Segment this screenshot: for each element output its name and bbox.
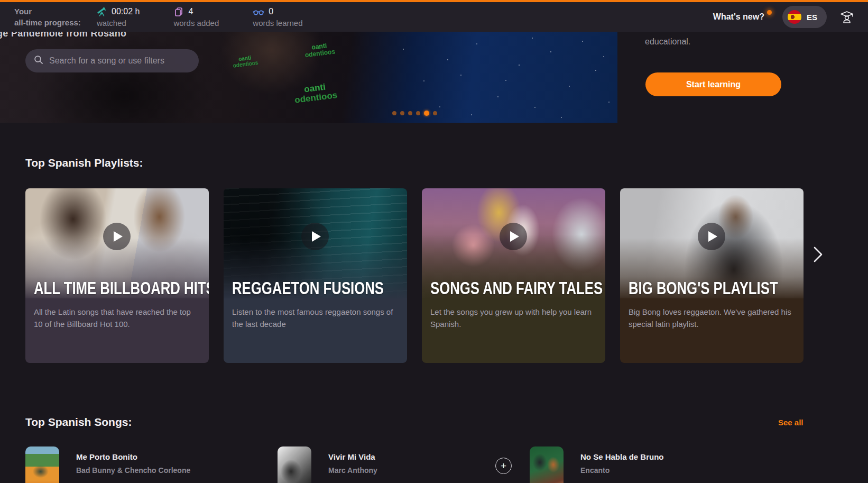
carousel-dot[interactable] [392, 111, 396, 115]
song-row[interactable]: No Se Habla de Bruno Encanto [530, 446, 782, 483]
carousel-dots [392, 111, 437, 116]
playlist-title: REGGAETON FUSIONS [232, 278, 384, 298]
play-icon [312, 231, 321, 242]
stat-words-learned: 0 words learned [253, 6, 302, 28]
see-all-link[interactable]: See all [778, 418, 804, 427]
playlist-description: Listen to the most famous reggaeton song… [232, 306, 400, 330]
song-thumbnail [278, 446, 311, 483]
progress-stats: 00:02 h watched 4 words added [97, 6, 303, 28]
tshirt-logo-text: oanti odentioos [232, 54, 258, 69]
stat-label: watched [97, 19, 140, 28]
chevron-right-icon [809, 259, 827, 267]
search-input[interactable] [49, 56, 190, 66]
carousel-dot[interactable] [400, 111, 404, 115]
flashcards-icon [173, 6, 184, 17]
carousel-dot[interactable] [408, 111, 412, 115]
playlist-card[interactable]: REGGAETON FUSIONS Listen to the most fam… [224, 188, 407, 363]
hero-clipped-banner-text: ge Pandemole from Rosano [0, 32, 126, 39]
song-title: Vivir Mi Vida [328, 452, 377, 461]
start-learning-button[interactable]: Start learning [645, 72, 781, 96]
playlist-title: BIG BONG'S PLAYLIST [629, 278, 778, 298]
playlist-card[interactable]: SONGS AND FAIRY TALES Let the songs you … [422, 188, 605, 363]
playlist-title: SONGS AND FAIRY TALES [430, 278, 603, 298]
playlist-description: All the Latin songs that have reached th… [34, 306, 201, 330]
spain-flag-icon [788, 10, 801, 24]
play-icon [510, 231, 519, 242]
playlist-description: Let the songs you grew up with help you … [430, 306, 598, 330]
language-code: ES [807, 13, 817, 22]
songs-grid: Me Porto Bonito Bad Bunny & Chencho Corl… [25, 446, 805, 483]
song-artist: Encanto [580, 466, 664, 475]
play-button[interactable] [698, 223, 725, 250]
carousel-dot[interactable] [424, 111, 429, 116]
graduate-student-icon[interactable] [839, 10, 854, 24]
song-artist: Marc Anthony [328, 466, 377, 475]
playlist-description: Big Bong loves reggaeton. We've gathered… [629, 306, 796, 330]
search-icon [34, 55, 43, 67]
playlists-heading: Top Spanish Playlists: [25, 157, 143, 169]
glasses-icon [253, 6, 264, 17]
song-title: Me Porto Bonito [76, 452, 190, 461]
stat-watched: 00:02 h watched [97, 6, 140, 28]
playlist-card[interactable]: ALL TIME BILLBOARD HITS All the Latin so… [25, 188, 209, 363]
playlist-title: ALL TIME BILLBOARD HITS [34, 278, 209, 298]
song-title: No Se Habla de Bruno [580, 452, 664, 461]
progress-label: Your all-time progress: [14, 6, 85, 28]
whats-new-link[interactable]: What's new? [713, 12, 770, 22]
carousel-dot[interactable] [416, 111, 420, 115]
top-bar: Your all-time progress: 00:02 h watched [0, 0, 868, 32]
play-icon [708, 231, 717, 242]
hero-aside-text: educational. [645, 37, 690, 47]
carousel-next-button[interactable] [809, 243, 827, 266]
stat-label: words learned [253, 19, 302, 28]
stat-words-added: 4 words added [173, 6, 219, 28]
language-selector[interactable]: ES [782, 6, 827, 28]
stat-value: 4 [188, 7, 193, 16]
hero-aside-panel: educational. Start learning [617, 32, 868, 123]
tshirt-logo-text: oanti odentioos [293, 81, 338, 105]
play-button[interactable] [500, 223, 527, 250]
carousel-dot[interactable] [433, 111, 437, 115]
play-button[interactable] [103, 223, 131, 250]
play-icon [114, 231, 123, 242]
playlist-cards-row: ALL TIME BILLBOARD HITS All the Latin so… [25, 188, 804, 363]
tshirt-logo-text: oanti odentioos [304, 42, 336, 59]
add-song-button[interactable]: + [495, 458, 512, 474]
song-artist: Bad Bunny & Chencho Corleone [76, 466, 190, 475]
notification-dot-icon [767, 10, 772, 15]
song-thumbnail [25, 446, 59, 483]
song-thumbnail [530, 446, 564, 483]
top-bar-right: What's new? ES [713, 6, 854, 28]
song-row[interactable]: Vivir Mi Vida Marc Anthony [278, 446, 530, 483]
song-row[interactable]: Me Porto Bonito Bad Bunny & Chencho Corl… [25, 446, 278, 483]
stat-label: words added [173, 19, 219, 28]
songs-heading: Top Spanish Songs: [25, 416, 132, 429]
search-bar[interactable] [25, 49, 199, 72]
hero-banner: ge Pandemole from Rosano oanti odentioos… [0, 32, 617, 123]
app-root: { "accent_color": "#fb7d0d", "header": {… [0, 0, 868, 483]
stat-value: 0 [269, 7, 273, 16]
playlist-card[interactable]: BIG BONG'S PLAYLIST Big Bong loves regga… [620, 188, 804, 363]
stat-value: 00:02 h [112, 7, 140, 16]
telescope-icon [97, 6, 107, 17]
play-button[interactable] [301, 223, 329, 250]
